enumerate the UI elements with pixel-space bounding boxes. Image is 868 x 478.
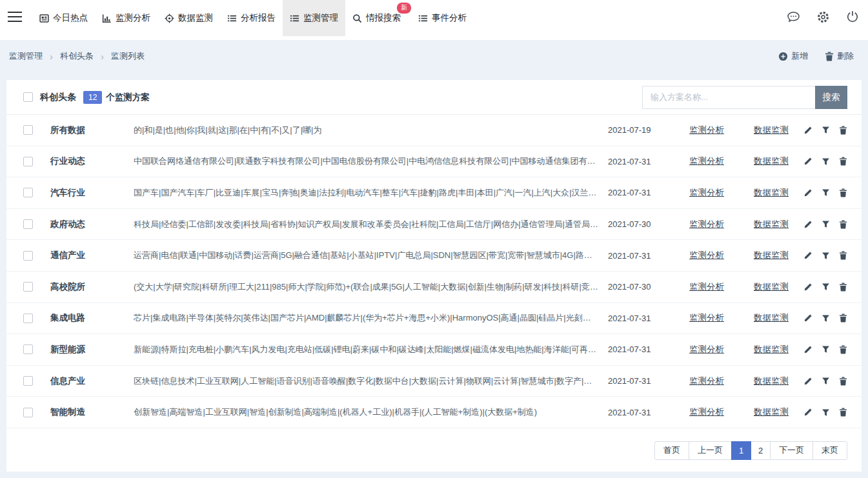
search-input[interactable] (642, 86, 815, 109)
nav-item-event-analysis[interactable]: 事件分析 (411, 0, 474, 36)
breadcrumb-item-plan-group[interactable]: 科创头条 (60, 50, 94, 62)
monitor-analysis-link[interactable]: 监测分析 (674, 344, 739, 355)
plan-name: 通信产业 (50, 250, 134, 261)
row-checkbox[interactable] (23, 219, 33, 229)
delete-icon[interactable] (839, 126, 847, 135)
delete-icon[interactable] (839, 377, 847, 386)
nav-item-monitor-analysis[interactable]: 监测分析 (95, 0, 157, 36)
edit-icon[interactable] (803, 314, 812, 323)
data-monitor-link[interactable]: 数据监测 (739, 312, 803, 324)
data-monitor-link[interactable]: 数据监测 (739, 281, 803, 293)
row-checkbox[interactable] (23, 125, 33, 135)
filter-icon[interactable] (822, 252, 830, 260)
data-monitor-link[interactable]: 数据监测 (739, 344, 803, 355)
new-badge: 新 (397, 3, 411, 14)
nav-item-analysis-report[interactable]: 分析报告 (220, 0, 283, 36)
delete-icon[interactable] (839, 408, 847, 417)
table-row: 信息产业 区块链|信息技术|工业互联网|人工智能|语音识别|语音唤醒|数字化|数… (6, 366, 862, 397)
nav-item-today-hot[interactable]: 今日热点 (32, 0, 95, 36)
edit-icon[interactable] (803, 377, 812, 386)
page-button-1[interactable]: 1 (731, 441, 751, 460)
monitor-analysis-link[interactable]: 监测分析 (674, 312, 739, 324)
list-icon (418, 14, 428, 23)
table-row: 政府动态 科技局|经信委|工信部|发改委|科技局|省科协|知识产权局|发展和改革… (6, 209, 862, 241)
monitor-analysis-link[interactable]: 监测分析 (674, 281, 739, 293)
monitor-analysis-link[interactable]: 监测分析 (674, 375, 739, 387)
breadcrumb-item-monitor-list: 监测列表 (111, 50, 145, 62)
row-checkbox[interactable] (23, 282, 33, 292)
table-row: 通信产业 运营商|电信|联通|中国移动|话费|运营商|5G|融合通信|基站|小基… (6, 240, 862, 272)
settings-button[interactable] (816, 10, 830, 26)
page-next-button[interactable]: 下一页 (770, 441, 813, 460)
logout-button[interactable] (846, 10, 859, 26)
row-checkbox[interactable] (23, 188, 33, 197)
filter-icon[interactable] (822, 283, 830, 291)
row-actions (803, 314, 847, 323)
page-first-button[interactable]: 首页 (654, 441, 689, 460)
message-button[interactable] (787, 11, 800, 26)
data-monitor-link[interactable]: 数据监测 (739, 406, 803, 418)
menu-toggle-button[interactable] (0, 0, 30, 36)
data-monitor-link[interactable]: 数据监测 (739, 187, 803, 199)
monitor-analysis-link[interactable]: 监测分析 (674, 406, 739, 418)
nav-item-label: 事件分析 (432, 12, 467, 24)
plan-date: 2021-07-31 (608, 344, 674, 354)
filter-icon[interactable] (822, 188, 830, 197)
select-all-checkbox[interactable] (23, 92, 33, 102)
edit-icon[interactable] (803, 345, 812, 354)
nav-item-data-monitor[interactable]: 数据监测 (157, 0, 220, 36)
plan-name: 新型能源 (50, 344, 134, 355)
filter-icon[interactable] (822, 408, 830, 417)
delete-icon[interactable] (839, 314, 847, 323)
list-icon (227, 14, 237, 23)
edit-icon[interactable] (803, 251, 812, 260)
edit-icon[interactable] (803, 220, 812, 229)
monitor-analysis-link[interactable]: 监测分析 (674, 124, 739, 136)
edit-icon[interactable] (803, 188, 812, 197)
delete-icon[interactable] (839, 283, 847, 292)
delete-button[interactable]: 删除 (825, 50, 854, 62)
nav-item-intel-search[interactable]: 情报搜索 新 (345, 0, 411, 36)
row-actions (803, 408, 847, 417)
delete-icon[interactable] (839, 345, 847, 354)
breadcrumb-item-monitor-manage[interactable]: 监测管理 (9, 50, 43, 62)
data-monitor-link[interactable]: 数据监测 (739, 250, 803, 261)
edit-icon[interactable] (803, 157, 812, 166)
row-checkbox[interactable] (23, 314, 33, 323)
filter-icon[interactable] (822, 126, 830, 134)
row-checkbox[interactable] (23, 344, 33, 354)
delete-icon[interactable] (839, 220, 847, 229)
monitor-analysis-link[interactable]: 监测分析 (674, 187, 739, 199)
edit-icon[interactable] (803, 126, 812, 135)
nav-item-label: 今日热点 (53, 12, 88, 24)
filter-icon[interactable] (822, 314, 830, 323)
monitor-analysis-link[interactable]: 监测分析 (674, 219, 739, 230)
row-checkbox[interactable] (23, 408, 33, 417)
page-button-2[interactable]: 2 (751, 441, 771, 460)
edit-icon[interactable] (803, 283, 812, 292)
data-monitor-link[interactable]: 数据监测 (739, 155, 803, 167)
filter-icon[interactable] (822, 377, 830, 385)
delete-icon[interactable] (839, 251, 847, 260)
data-monitor-link[interactable]: 数据监测 (739, 219, 803, 230)
data-monitor-link[interactable]: 数据监测 (739, 124, 803, 136)
data-monitor-link[interactable]: 数据监测 (739, 375, 803, 387)
nav-item-monitor-manage[interactable]: 监测管理 (283, 0, 345, 36)
filter-icon[interactable] (822, 345, 830, 354)
page-last-button[interactable]: 末页 (812, 441, 847, 460)
add-button[interactable]: 新增 (778, 50, 808, 62)
search-button[interactable]: 搜索 (815, 86, 847, 109)
filter-icon[interactable] (822, 157, 830, 166)
plan-date: 2021-07-31 (608, 408, 674, 417)
plan-keywords: 的|和|是|也|他|你|我|就|这|那|在|中|有|不|又|了|哪|为 (134, 124, 599, 136)
page-prev-button[interactable]: 上一页 (689, 441, 732, 460)
monitor-analysis-link[interactable]: 监测分析 (674, 155, 739, 167)
delete-icon[interactable] (839, 188, 847, 197)
edit-icon[interactable] (803, 408, 812, 417)
row-checkbox[interactable] (23, 376, 33, 386)
delete-icon[interactable] (839, 157, 847, 166)
filter-icon[interactable] (822, 220, 830, 228)
row-checkbox[interactable] (23, 157, 33, 166)
row-checkbox[interactable] (23, 251, 33, 261)
monitor-analysis-link[interactable]: 监测分析 (674, 250, 739, 261)
